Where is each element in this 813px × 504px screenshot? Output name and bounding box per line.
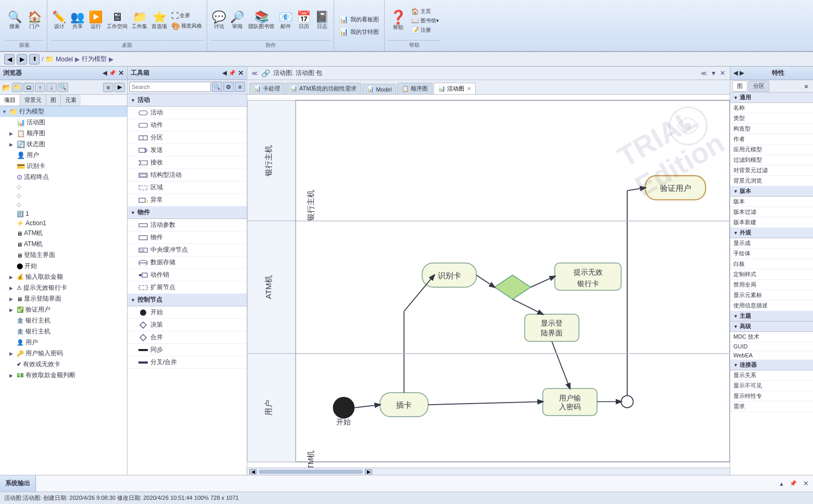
tree-item[interactable]: ⊙ 流程终点 bbox=[0, 172, 127, 183]
toolbox-item-receive[interactable]: 接收 bbox=[128, 157, 247, 169]
tree-item[interactable]: ▶ ⚠ 提示无效银行卡 bbox=[0, 282, 127, 293]
browser-up-btn[interactable]: ↑ bbox=[35, 83, 45, 92]
prop-row-show-invisible[interactable]: 显示不可见 bbox=[730, 381, 813, 391]
browser-collapse-btn[interactable]: ◀ bbox=[103, 70, 107, 76]
browser-menu-btn[interactable]: ≡ bbox=[103, 83, 113, 92]
journal-btn[interactable]: 📓 日志 bbox=[313, 10, 331, 31]
tab-project[interactable]: 项目 bbox=[0, 95, 20, 106]
toolbox-section-control[interactable]: ▼ 控制节点 bbox=[128, 294, 247, 306]
run-btn[interactable]: ▶️ 运行 bbox=[87, 10, 104, 31]
prop-row-use-info[interactable]: 使用信息描述 bbox=[730, 301, 813, 311]
prop-row-webea[interactable]: WebEA bbox=[730, 351, 813, 360]
toolbox-item-action-pin[interactable]: 动作销 bbox=[128, 269, 247, 281]
prop-row-version[interactable]: 版本 bbox=[730, 197, 813, 207]
tree-item[interactable]: 🖥 ATM机 bbox=[0, 239, 127, 250]
toolbox-pin-btn[interactable]: 📌 bbox=[228, 70, 236, 76]
tree-item[interactable]: ▶ 💰 输入取款金额 bbox=[0, 272, 127, 282]
toolbox-item-structured[interactable]: 结构型活动 bbox=[128, 169, 247, 182]
browser-close-btn[interactable]: ✕ bbox=[118, 69, 124, 77]
team-library-btn[interactable]: 📚 团队图书馆 bbox=[247, 10, 276, 31]
prop-section-general[interactable]: ▼ 通用 bbox=[730, 93, 813, 103]
nav-back-btn[interactable]: ◀ bbox=[4, 54, 15, 64]
toolbox-section-objects[interactable]: ▼ 物件 bbox=[128, 206, 247, 219]
properties-nav-left[interactable]: ◀ bbox=[733, 70, 738, 76]
diagram-tab-atm[interactable]: 📊 ATM系统的功能性需求 bbox=[286, 83, 361, 94]
preferences-btn[interactable]: ⭐ 首选项 bbox=[150, 10, 169, 31]
toolbox-item-send[interactable]: 发送 bbox=[128, 144, 247, 157]
prop-row-version-new[interactable]: 版本新建 bbox=[730, 217, 813, 228]
scroll-left-btn[interactable]: ◀ bbox=[249, 469, 257, 474]
diagram-tab-kachu[interactable]: 📊 卡处理 bbox=[249, 83, 285, 94]
tree-item[interactable]: 🖥 ATM机 bbox=[0, 228, 127, 239]
tree-item[interactable]: ▶ 🔄 状态图 bbox=[0, 139, 127, 150]
prop-row-apply-meta[interactable]: 应用元模型 bbox=[730, 145, 813, 155]
tree-item[interactable]: ▶ ✅ 验证用户 bbox=[0, 304, 127, 315]
toolbox-search-input[interactable] bbox=[129, 82, 211, 92]
output-close-btn[interactable]: ✕ bbox=[799, 480, 813, 487]
diagram-tab-seq[interactable]: 📋 顺序图 bbox=[397, 83, 433, 94]
output-pin-btn[interactable]: 📌 bbox=[787, 480, 799, 487]
library-btn[interactable]: 📖 图书馆▾ bbox=[410, 17, 440, 25]
toolbox-item-exception[interactable]: ⚡ 异常 bbox=[128, 194, 247, 206]
toolbox-search-btn[interactable]: 🔍 bbox=[212, 82, 222, 92]
email-btn[interactable]: 📧 邮件 bbox=[277, 10, 294, 31]
diagram-collapse-right-btn[interactable]: ≪ bbox=[701, 70, 707, 77]
tree-item[interactable]: 📊 活动图 bbox=[0, 117, 127, 128]
tree-item[interactable]: ▶ 🔑 用户输入密码 bbox=[0, 348, 127, 359]
prop-row-guid[interactable]: GUID bbox=[730, 342, 813, 351]
toolbox-section-activities[interactable]: ▼ 活动 bbox=[128, 94, 247, 107]
diagram-canvas-wrapper[interactable]: TRIALEdition 银行主机 bbox=[247, 95, 730, 468]
prop-row-whiteboard[interactable]: 白板 bbox=[730, 259, 813, 269]
home-btn[interactable]: 🏠 主页 bbox=[410, 7, 440, 16]
properties-nav-right[interactable]: ▶ bbox=[740, 70, 744, 76]
nav-up-btn[interactable]: ⬆ bbox=[29, 54, 40, 64]
share-btn[interactable]: 👥 共享 bbox=[69, 10, 86, 31]
tree-item[interactable]: ✔ 有效或无效卡 bbox=[0, 359, 127, 370]
tree-item[interactable]: 🏦 银行主机 bbox=[0, 315, 127, 326]
prop-row-custom-style[interactable]: 定制样式 bbox=[730, 269, 813, 280]
register-btn[interactable]: 📝 注册 bbox=[410, 26, 440, 34]
browser-group-btn[interactable]: 🗂 bbox=[23, 83, 34, 92]
toolbox-item-decision[interactable]: 决策 bbox=[128, 319, 247, 331]
tree-item[interactable]: 🏦 银行主机 bbox=[0, 326, 127, 337]
browser-new-folder-btn[interactable]: 📁 bbox=[12, 83, 22, 92]
prop-section-appearance[interactable]: ▼ 外观 bbox=[730, 228, 813, 238]
tree-item[interactable]: 🖥 登陆主界面 bbox=[0, 250, 127, 261]
toolbox-close-btn[interactable]: ✕ bbox=[238, 69, 244, 77]
tree-item[interactable]: ◇ bbox=[0, 191, 127, 200]
toolbox-item-activity[interactable]: 活动 bbox=[128, 107, 247, 119]
tree-item[interactable]: ▶ 🖥 显示登陆界面 bbox=[0, 293, 127, 304]
review-btn[interactable]: 🔎 审阅 bbox=[228, 10, 246, 31]
toolbox-item-object[interactable]: 物件 bbox=[128, 231, 247, 244]
prop-section-advanced[interactable]: ▼ 高级 bbox=[730, 321, 813, 332]
prop-row-mdc[interactable]: MDC 技术 bbox=[730, 332, 813, 342]
prop-row-type[interactable]: 类型 bbox=[730, 113, 813, 124]
tree-item[interactable]: ⬤ 开始 bbox=[0, 261, 127, 272]
tree-item[interactable]: 👤 用户 bbox=[0, 150, 127, 161]
tree-item[interactable]: 💳 识别卡 bbox=[0, 161, 127, 172]
tab-diagram[interactable]: 图 bbox=[46, 95, 61, 106]
prop-row-disable-global[interactable]: 禁用全局 bbox=[730, 280, 813, 290]
discuss-btn[interactable]: 💬 讨论 bbox=[210, 10, 227, 31]
prop-section-connector[interactable]: ▼ 连接器 bbox=[730, 360, 813, 370]
design-btn[interactable]: ✏️ 设计 bbox=[50, 10, 68, 31]
prop-row-bg-filter[interactable]: 对背景元过滤 bbox=[730, 165, 813, 176]
output-collapse-btn[interactable]: ▲ bbox=[776, 481, 787, 487]
toolbox-item-action[interactable]: 动件 bbox=[128, 119, 247, 132]
workset-btn[interactable]: 📁 工作集 bbox=[130, 10, 149, 31]
browser-pin-btn[interactable]: 📌 bbox=[109, 70, 116, 76]
toolbox-item-region[interactable]: 区域 bbox=[128, 182, 247, 194]
diagram-collapse-left-btn[interactable]: ≪ bbox=[251, 70, 258, 77]
fullscreen-btn[interactable]: ⛶ 全屏 bbox=[170, 11, 204, 20]
prop-row-author[interactable]: 作者 bbox=[730, 134, 813, 145]
toolbox-item-merge[interactable]: 合并 bbox=[128, 331, 247, 344]
prop-section-theme[interactable]: ▼ 主题 bbox=[730, 311, 813, 321]
tree-item[interactable]: ◇ bbox=[0, 200, 127, 209]
tree-item[interactable]: ⚡ Action1 bbox=[0, 218, 127, 228]
toolbox-search-config-btn[interactable]: ⚙ bbox=[223, 82, 234, 92]
my-dashboard-btn[interactable]: 📊 我的看板图 bbox=[337, 14, 381, 24]
tree-item[interactable]: 🔢 1 bbox=[0, 209, 127, 218]
search-btn[interactable]: 🔍 搜索 bbox=[5, 10, 24, 31]
toolbox-item-start[interactable]: 开始 bbox=[128, 306, 247, 319]
toolbox-item-actparam[interactable]: 活动参数 bbox=[128, 219, 247, 231]
